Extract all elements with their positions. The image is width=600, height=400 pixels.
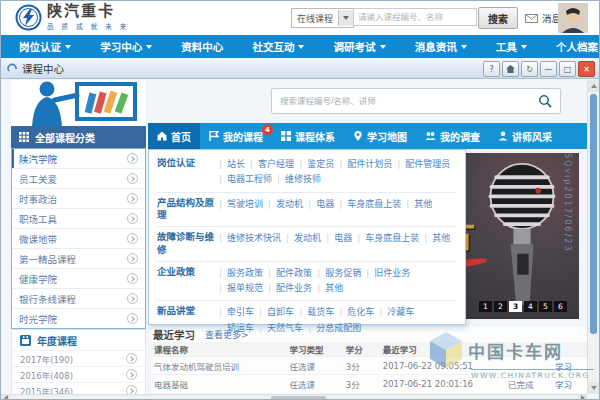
pager-dot[interactable]: 6: [554, 301, 567, 312]
minimize-button[interactable]: —: [540, 61, 557, 77]
menu-link[interactable]: 天然气车: [259, 321, 308, 336]
menu-link[interactable]: 电器工程师: [219, 172, 277, 187]
scroll-up-icon[interactable]: [588, 80, 599, 92]
tab-my-courses[interactable]: 我的课程 4: [200, 123, 272, 149]
menu-link[interactable]: 维修技师: [277, 172, 326, 187]
expand-icon[interactable]: [126, 369, 137, 380]
menu-link[interactable]: 其他: [406, 197, 437, 212]
nav-item-social[interactable]: 社交互动: [252, 39, 304, 54]
user-avatar[interactable]: [558, 3, 588, 33]
vertical-scroll-thumb[interactable]: [590, 94, 597, 334]
category-item[interactable]: 职场工具: [12, 209, 145, 229]
menu-link[interactable]: 电器: [326, 231, 357, 246]
category-item[interactable]: 陕汽学院: [12, 149, 145, 169]
horizontal-scroll-thumb[interactable]: [271, 396, 326, 400]
scroll-down-icon[interactable]: [588, 382, 599, 394]
expand-icon[interactable]: [127, 173, 138, 184]
pager-dot[interactable]: 2: [494, 301, 507, 312]
menu-link[interactable]: 鉴定员: [299, 157, 339, 172]
course-type-select[interactable]: 在线课程: [291, 8, 354, 28]
expand-icon[interactable]: [127, 293, 138, 304]
menu-link[interactable]: 轿运车: [219, 321, 259, 336]
pager-dot-active[interactable]: 3: [509, 301, 522, 312]
expand-icon[interactable]: [127, 313, 138, 324]
nav-item-news[interactable]: 消息资讯: [415, 39, 467, 54]
tab-lecturers[interactable]: 讲师风采: [489, 123, 561, 149]
pager-dot[interactable]: 5: [539, 301, 552, 312]
study-link[interactable]: 学习: [552, 357, 587, 375]
nav-item-exams[interactable]: 调研考试: [334, 39, 386, 54]
refresh-button[interactable]: ↻: [521, 61, 538, 77]
close-button[interactable]: ✕: [578, 61, 595, 77]
study-link[interactable]: 学习: [552, 375, 587, 393]
nav-item-certification[interactable]: 岗位认证: [19, 39, 71, 54]
menu-link[interactable]: 电器: [308, 197, 339, 212]
menu-link[interactable]: 牵引车: [219, 305, 259, 320]
course-name[interactable]: 电器基础: [151, 375, 286, 393]
tab-home[interactable]: 首页: [148, 123, 200, 149]
vertical-scrollbar[interactable]: [587, 80, 599, 394]
caret-down-icon[interactable]: [338, 10, 353, 26]
menu-link[interactable]: 其他: [424, 231, 455, 246]
category-item[interactable]: 时事政治: [12, 189, 145, 209]
home-button[interactable]: [502, 61, 519, 77]
horizontal-scrollbar[interactable]: [1, 394, 587, 400]
expand-icon[interactable]: [127, 273, 138, 284]
nav-item-tools[interactable]: 工具: [496, 39, 527, 54]
menu-link[interactable]: 发动机: [268, 197, 308, 212]
menu-link[interactable]: 载货车: [299, 305, 339, 320]
annual-item[interactable]: 2016年(408): [12, 367, 145, 383]
expand-icon[interactable]: [127, 233, 138, 244]
expand-icon[interactable]: [127, 253, 138, 264]
menu-link[interactable]: 危化车: [339, 305, 379, 320]
menu-link[interactable]: 分总成配图: [308, 321, 366, 336]
menu-link[interactable]: 维修技术快讯: [219, 231, 286, 246]
category-item[interactable]: 第一精品课程: [12, 249, 145, 269]
course-search-input[interactable]: [272, 96, 538, 106]
nav-item-profile[interactable]: 个人档案: [556, 39, 598, 54]
all-categories-header[interactable]: 全部课程分类: [11, 126, 146, 148]
category-item[interactable]: 微课地带: [12, 229, 145, 249]
maximize-button[interactable]: □: [559, 61, 576, 77]
course-name[interactable]: 气体发动机驾驶员培训: [151, 357, 286, 375]
nav-item-resources[interactable]: 资料中心: [181, 39, 223, 54]
menu-link[interactable]: 车身底盘上装: [339, 197, 406, 212]
category-item[interactable]: 时光学院: [12, 309, 145, 328]
tab-course-system[interactable]: 课程体系: [272, 123, 344, 149]
menu-link[interactable]: 服务政策: [219, 266, 268, 281]
tab-my-survey[interactable]: 我的调查: [416, 123, 489, 149]
tab-learning-map[interactable]: 学习地图: [344, 123, 416, 149]
menu-link[interactable]: 驾驶培训: [219, 197, 268, 212]
header-search-button[interactable]: 搜索: [478, 7, 518, 29]
header-search-input[interactable]: [353, 8, 477, 26]
menu-link[interactable]: 服务促销: [317, 266, 366, 281]
menu-link[interactable]: 自卸车: [259, 305, 299, 320]
expand-icon[interactable]: [126, 353, 137, 364]
category-item[interactable]: 健康学院: [12, 269, 145, 289]
search-icon[interactable]: [538, 94, 553, 109]
menu-link[interactable]: 旧件业务: [366, 266, 415, 281]
annual-item[interactable]: 2017年(190): [12, 351, 145, 367]
pager-dot[interactable]: 1: [479, 301, 492, 312]
menu-link[interactable]: 配件管理员: [397, 157, 455, 172]
help-button[interactable]: ?: [483, 61, 500, 77]
menu-link[interactable]: 发动机: [286, 231, 326, 246]
menu-link[interactable]: 配件业务: [268, 281, 317, 296]
expand-icon[interactable]: [127, 193, 138, 204]
menu-category[interactable]: 故障诊断与维修: [157, 231, 219, 257]
menu-category[interactable]: 岗位认证: [157, 157, 219, 188]
pager-dot[interactable]: 4: [524, 301, 537, 312]
expand-icon[interactable]: [127, 153, 138, 164]
scroll-left-icon[interactable]: [1, 395, 10, 400]
menu-link[interactable]: 车身底盘上装: [357, 231, 424, 246]
menu-category[interactable]: 产品结构及原理: [157, 197, 219, 223]
menu-link[interactable]: 客户经理: [250, 157, 299, 172]
menu-link[interactable]: 配件政策: [268, 266, 317, 281]
menu-link[interactable]: 报单规范: [219, 281, 268, 296]
category-item[interactable]: 员工关爱: [12, 169, 145, 189]
expand-icon[interactable]: [127, 213, 138, 224]
menu-link[interactable]: 其他: [317, 281, 348, 296]
nav-item-learning-center[interactable]: 学习中心: [100, 39, 152, 54]
menu-category[interactable]: 新品讲堂: [157, 305, 219, 336]
scroll-right-icon[interactable]: [578, 395, 587, 400]
